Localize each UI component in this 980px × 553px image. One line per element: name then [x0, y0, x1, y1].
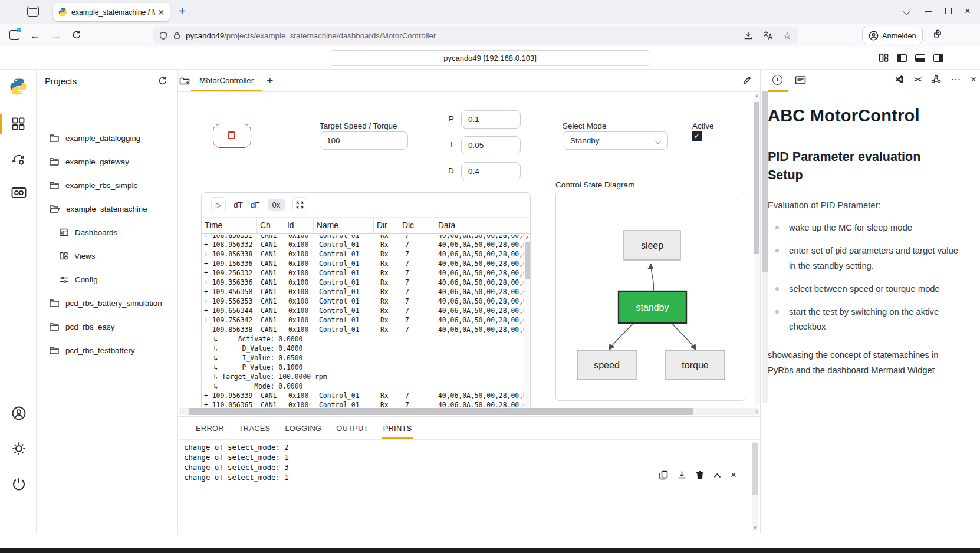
project-item-pcd-rbs-easy[interactable]: pcd_rbs_easy [37, 315, 177, 338]
firefox-view-icon[interactable] [27, 6, 39, 17]
scroll-up-icon[interactable]: ∧ [525, 235, 529, 240]
scroll-thumb[interactable] [189, 408, 693, 415]
rail-recorder-icon[interactable] [11, 187, 27, 199]
rail-settings-gear-icon[interactable] [11, 441, 27, 456]
target-input[interactable] [320, 131, 408, 150]
console-tab-traces[interactable]: TRACES [239, 417, 271, 439]
window-maximize-button[interactable] [945, 8, 952, 14]
signin-button[interactable]: Anmelden [862, 27, 923, 44]
project-item-pcd-rbs-testbattery[interactable]: pcd_rbs_testbattery [37, 338, 177, 362]
project-item-config[interactable]: Config [37, 268, 177, 291]
scroll-thumb[interactable] [525, 242, 530, 279]
cluster-icon[interactable] [931, 75, 941, 84]
trace-dt-toggle[interactable]: dT [234, 200, 243, 209]
forward-icon[interactable]: → [51, 29, 61, 41]
scroll-right-icon[interactable]: › [755, 407, 758, 414]
trace-row[interactable]: + 109.356336CAN10x100Control_01Rx740,06,… [202, 278, 524, 287]
console-close-icon[interactable]: × [731, 471, 736, 479]
console-tab-logging[interactable]: LOGGING [285, 417, 321, 439]
toggle-right-panel-icon[interactable] [933, 54, 943, 62]
tab-list-chevron-icon[interactable] [904, 9, 910, 15]
trash-icon[interactable] [696, 470, 704, 480]
pid-p-input[interactable] [461, 110, 521, 129]
menu-hamburger-icon[interactable] [955, 29, 966, 41]
project-item-views[interactable]: Views [37, 244, 177, 268]
mode-select[interactable]: Standby [563, 131, 668, 150]
col-dlc[interactable]: Dlc [399, 218, 435, 233]
toggle-bottom-panel-icon[interactable] [915, 54, 925, 62]
col-data[interactable]: Data [435, 218, 530, 233]
trace-row[interactable]: + 108.956332CAN10x100Control_01Rx740,06,… [202, 240, 524, 249]
col-time[interactable]: Time [202, 218, 257, 233]
downloads-icon[interactable] [744, 31, 753, 40]
rail-user-icon[interactable] [11, 406, 27, 421]
device-host-box[interactable]: pycando49 [192.168.0.103] [330, 50, 650, 66]
trace-row[interactable]: + 108.856331CAN10x100Control_01Rx740,06,… [202, 235, 524, 240]
dashboard-edit-pencil-icon[interactable] [742, 75, 752, 85]
pid-d-input[interactable] [461, 162, 521, 180]
project-item-example-datalogging[interactable]: example_datalogging [37, 126, 177, 150]
bookmark-star-icon[interactable]: ☆ [783, 30, 791, 41]
copy-icon[interactable] [659, 470, 668, 480]
url-bar[interactable]: pycando49/projects/example_statemachine/… [153, 27, 798, 44]
trace-expand-icon[interactable] [292, 198, 307, 212]
console-tab-error[interactable]: ERROR [196, 417, 224, 439]
vscode-icon[interactable] [895, 75, 904, 84]
col-name[interactable]: Name [314, 218, 374, 233]
console-tab-output[interactable]: OUTPUT [336, 417, 368, 439]
window-close-button[interactable]: × [965, 5, 971, 17]
translate-icon[interactable] [763, 31, 773, 40]
scroll-down-icon[interactable]: ∨ [752, 525, 758, 531]
project-item-example-statemachine[interactable]: example_statemachine [37, 197, 177, 220]
info-panel-scrollbar[interactable] [762, 91, 768, 403]
new-tab-button[interactable]: + [179, 5, 186, 18]
dashboard-horizontal-scrollbar[interactable]: ‹ › [178, 407, 760, 416]
download-icon[interactable] [678, 470, 686, 480]
trace-row[interactable]: + 109.456358CAN10x100Control_01Rx740,06,… [202, 287, 524, 297]
col-dir[interactable]: Dir [374, 218, 399, 233]
project-item-example-gateway[interactable]: example_gateway [37, 150, 177, 173]
col-ch[interactable]: Ch [257, 218, 284, 233]
views-grid-icon[interactable] [879, 53, 889, 62]
console-scrollbar[interactable]: ∨ [752, 442, 758, 531]
trace-play-button[interactable]: ▷ [211, 198, 226, 212]
scroll-up-icon[interactable]: ∧ [755, 93, 759, 98]
notes-tab-icon[interactable] [795, 75, 806, 85]
trace-row[interactable]: + 109.556353CAN10x100Control_01Rx740,06,… [202, 297, 524, 306]
extensions-puzzle-icon[interactable] [933, 29, 943, 39]
sidebar-toggle-icon[interactable] [9, 30, 19, 40]
trace-row[interactable]: + 109.056338CAN10x100Control_01Rx740,06,… [202, 249, 524, 259]
reload-icon[interactable] [72, 30, 81, 40]
trace-row[interactable]: + 110.056365CAN10x100Control_01Rx740,06,… [202, 400, 524, 407]
trace-row[interactable]: + 109.756342CAN10x100Control_01Rx740,06,… [202, 315, 524, 325]
refresh-icon[interactable] [158, 76, 167, 85]
trace-row[interactable]: - 109.856338CAN10x100Control_01Rx740,06,… [202, 325, 524, 334]
project-item-dashboards[interactable]: Dashboards [37, 220, 177, 244]
info-tab-icon[interactable]: i [772, 75, 782, 85]
back-icon[interactable]: ← [29, 29, 40, 41]
scroll-thumb[interactable] [762, 91, 768, 272]
terminal-collapse-icon[interactable]: >< [914, 75, 921, 84]
scroll-thumb[interactable] [754, 102, 759, 254]
project-item-pcd-rbs-battery-simulation[interactable]: pcd_rbs_battery_simulation [37, 291, 177, 315]
project-item-example-rbs-simple[interactable]: example_rbs_simple [37, 173, 177, 197]
trace-row[interactable]: + 109.956339CAN10x100Control_01Rx740,06,… [202, 391, 524, 400]
window-minimize-button[interactable] [925, 11, 932, 12]
dashboard-tab-motorcontroller[interactable]: MotorController [191, 70, 262, 91]
trace-df-toggle[interactable]: dF [251, 200, 260, 209]
rail-dashboards-icon[interactable] [11, 117, 25, 131]
stop-button[interactable] [213, 124, 251, 148]
toggle-left-panel-icon[interactable] [897, 54, 907, 62]
dashboard-vertical-scrollbar[interactable]: ∧ [754, 93, 760, 404]
console-tab-prints[interactable]: PRINTS [383, 417, 412, 439]
panel-close-icon[interactable]: × [971, 75, 976, 84]
trace-row[interactable]: + 109.256332CAN10x100Control_01Rx740,06,… [202, 268, 524, 278]
shield-icon[interactable] [159, 31, 167, 40]
dashboard-add-tab-button[interactable]: + [267, 74, 273, 87]
browser-tab[interactable]: example_statemachine / MotorC ✕ [53, 3, 170, 21]
col-id[interactable]: Id [284, 218, 314, 233]
tab-close-icon[interactable]: ✕ [157, 8, 165, 17]
trace-vertical-scrollbar[interactable]: ∧∨ [524, 235, 530, 407]
pid-i-input[interactable] [461, 136, 521, 154]
collapse-panel-icon[interactable] [713, 473, 721, 478]
